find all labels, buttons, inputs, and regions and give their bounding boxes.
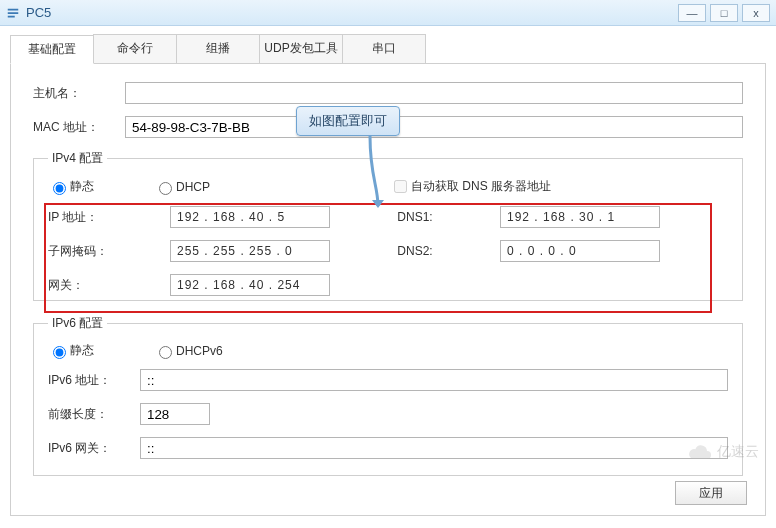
ipv4-dhcp-radio[interactable]: DHCP bbox=[154, 179, 210, 195]
tab-mcast[interactable]: 组播 bbox=[176, 34, 260, 63]
tab-udp[interactable]: UDP发包工具 bbox=[259, 34, 343, 63]
mac-input[interactable] bbox=[125, 116, 743, 138]
ipv6-prefix-label: 前缀长度： bbox=[48, 406, 140, 423]
dns1-input[interactable]: 192 . 168 . 30 . 1 bbox=[500, 206, 660, 228]
tabs: 基础配置 命令行 组播 UDP发包工具 串口 bbox=[10, 34, 766, 64]
maximize-button[interactable]: □ bbox=[710, 4, 738, 22]
ipv6-group: IPv6 配置 静态 DHCPv6 IPv6 地址： 前缀长度： IPv6 网关… bbox=[33, 315, 743, 476]
dns2-input[interactable]: 0 . 0 . 0 . 0 bbox=[500, 240, 660, 262]
ipv4-static-radio[interactable]: 静态 bbox=[48, 178, 94, 195]
dns2-label: DNS2: bbox=[360, 244, 470, 258]
content-area: 基础配置 命令行 组播 UDP发包工具 串口 主机名： MAC 地址： IPv4… bbox=[0, 26, 776, 522]
ipv6-static-radio[interactable]: 静态 bbox=[48, 342, 94, 359]
ipv6-gw-label: IPv6 网关： bbox=[48, 440, 140, 457]
tab-basic[interactable]: 基础配置 bbox=[10, 35, 94, 64]
hostname-label: 主机名： bbox=[33, 85, 125, 102]
ip-label: IP 地址： bbox=[48, 209, 140, 226]
titlebar: PC5 — □ x bbox=[0, 0, 776, 26]
window-title: PC5 bbox=[26, 5, 674, 20]
cloud-icon bbox=[687, 443, 713, 461]
gw-input[interactable]: 192 . 168 . 40 . 254 bbox=[170, 274, 330, 296]
minimize-button[interactable]: — bbox=[678, 4, 706, 22]
hostname-input[interactable] bbox=[125, 82, 743, 104]
ipv6-legend: IPv6 配置 bbox=[48, 315, 107, 332]
tab-panel-basic: 主机名： MAC 地址： IPv4 配置 静态 DHCP 自动获取 DNS 服务… bbox=[10, 64, 766, 516]
ipv4-group: IPv4 配置 静态 DHCP 自动获取 DNS 服务器地址 IP 地址： 19… bbox=[33, 150, 743, 301]
auto-dns-checkbox[interactable]: 自动获取 DNS 服务器地址 bbox=[390, 177, 551, 196]
ipv6-prefix-input[interactable] bbox=[140, 403, 210, 425]
ipv6-addr-label: IPv6 地址： bbox=[48, 372, 140, 389]
dns1-label: DNS1: bbox=[360, 210, 470, 224]
watermark: 亿速云 bbox=[687, 443, 759, 461]
mask-input[interactable]: 255 . 255 . 255 . 0 bbox=[170, 240, 330, 262]
gw-label: 网关： bbox=[48, 277, 140, 294]
tab-cli[interactable]: 命令行 bbox=[93, 34, 177, 63]
mask-label: 子网掩码： bbox=[48, 243, 140, 260]
ipv4-legend: IPv4 配置 bbox=[48, 150, 107, 167]
ipv6-gw-input[interactable] bbox=[140, 437, 728, 459]
tab-serial[interactable]: 串口 bbox=[342, 34, 426, 63]
mac-label: MAC 地址： bbox=[33, 119, 125, 136]
ip-input[interactable]: 192 . 168 . 40 . 5 bbox=[170, 206, 330, 228]
apply-button[interactable]: 应用 bbox=[675, 481, 747, 505]
ipv6-dhcp-radio[interactable]: DHCPv6 bbox=[154, 343, 223, 359]
close-button[interactable]: x bbox=[742, 4, 770, 22]
app-icon bbox=[6, 6, 20, 20]
ipv6-addr-input[interactable] bbox=[140, 369, 728, 391]
